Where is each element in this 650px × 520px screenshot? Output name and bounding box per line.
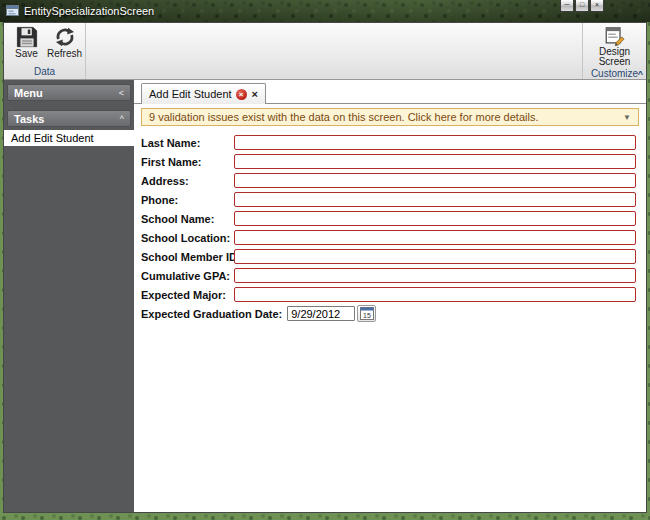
- expected-major-input[interactable]: [234, 287, 636, 302]
- svg-text:15: 15: [363, 312, 371, 319]
- school-location-label: School Location:: [141, 232, 234, 244]
- app-icon: [6, 4, 19, 19]
- tab-add-edit-student[interactable]: Add Edit Student × ×: [141, 83, 266, 104]
- form-row: Phone:: [141, 190, 636, 209]
- ribbon-buttons: Save Refresh: [4, 23, 85, 65]
- cumulative-gpa-label: Cumulative GPA:: [141, 270, 234, 282]
- last-name-label: Last Name:: [141, 137, 234, 149]
- tab-label: Add Edit Student: [149, 88, 232, 100]
- form-row: School Location:: [141, 228, 636, 247]
- data-group-label: Data: [4, 65, 85, 79]
- form-row: Expected Major:: [141, 285, 636, 304]
- save-button[interactable]: Save: [9, 26, 44, 65]
- tasks-header-label: Tasks: [14, 113, 44, 125]
- phone-label: Phone:: [141, 194, 234, 206]
- form-row: Last Name:: [141, 133, 636, 152]
- refresh-icon: [54, 26, 76, 48]
- design-screen-button[interactable]: Design Screen: [589, 26, 641, 67]
- window-title: EntitySpecializationScreen: [24, 5, 154, 17]
- school-member-id-input[interactable]: [234, 249, 636, 264]
- school-location-input[interactable]: [234, 230, 636, 245]
- address-input[interactable]: [234, 173, 636, 188]
- ribbon-buttons-right: Design Screen: [583, 23, 646, 67]
- validation-banner-text: 9 validation issues exist with the data …: [149, 111, 538, 123]
- sidebar-item-add-edit-student[interactable]: Add Edit Student: [4, 130, 134, 146]
- validation-banner[interactable]: 9 validation issues exist with the data …: [141, 108, 639, 126]
- minimize-button[interactable]: ─: [560, 0, 574, 12]
- form-row: Cumulative GPA:: [141, 266, 636, 285]
- school-name-label: School Name:: [141, 213, 234, 225]
- expected-graduation-date-input[interactable]: [287, 306, 355, 321]
- form-row: Address:: [141, 171, 636, 190]
- form-row: First Name:: [141, 152, 636, 171]
- main-content: Add Edit Student × × 9 validation issues…: [134, 80, 646, 512]
- calendar-icon: 15: [360, 307, 374, 320]
- app-window: EntitySpecializationScreen ─ □ ×: [0, 0, 650, 520]
- expected-major-label: Expected Major:: [141, 289, 234, 301]
- first-name-input[interactable]: [234, 154, 636, 169]
- refresh-button-label: Refresh: [47, 49, 82, 59]
- customize-group-label-row: Customize ^: [583, 67, 646, 81]
- desktop: EntitySpecializationScreen ─ □ ×: [0, 0, 650, 520]
- last-name-input[interactable]: [234, 135, 636, 150]
- collapse-menu-icon: <: [119, 88, 124, 98]
- ribbon-group-data: Save Refresh: [4, 23, 86, 79]
- title-bar[interactable]: EntitySpecializationScreen ─ □ ×: [0, 0, 650, 22]
- school-name-input[interactable]: [234, 211, 636, 226]
- design-screen-icon: [605, 26, 625, 46]
- menu-header-label: Menu: [14, 87, 43, 99]
- address-label: Address:: [141, 175, 234, 187]
- form-row: School Member ID:: [141, 247, 636, 266]
- refresh-button[interactable]: Refresh: [47, 26, 82, 65]
- menu-header[interactable]: Menu <: [7, 84, 131, 101]
- form-row: School Name:: [141, 209, 636, 228]
- tasks-header[interactable]: Tasks ^: [7, 110, 131, 127]
- form: Last Name: First Name: Address: Pho: [134, 129, 646, 323]
- ribbon-group-customize: Design Screen Customize ^: [582, 23, 646, 79]
- expected-graduation-date-label: Expected Graduation Date:: [141, 308, 287, 320]
- tab-strip: Add Edit Student × ×: [134, 80, 646, 104]
- form-row-date: Expected Graduation Date: 15: [141, 304, 636, 323]
- validation-error-icon: ×: [236, 89, 247, 100]
- collapse-ribbon-button[interactable]: ^: [638, 68, 643, 81]
- close-button[interactable]: ×: [590, 0, 604, 12]
- maximize-button[interactable]: □: [575, 0, 589, 12]
- window-body: Menu < Tasks ^ Add Edit Student Add Edit…: [4, 80, 646, 512]
- tab-close-icon[interactable]: ×: [252, 88, 258, 100]
- banner-dropdown-icon[interactable]: ▼: [623, 113, 631, 122]
- first-name-label: First Name:: [141, 156, 234, 168]
- school-member-id-label: School Member ID:: [141, 251, 234, 263]
- customize-group-label: Customize: [591, 68, 638, 79]
- design-screen-button-label: Design Screen: [589, 47, 641, 67]
- save-icon: [16, 26, 38, 48]
- date-picker-button[interactable]: 15: [357, 305, 376, 322]
- window-controls: ─ □ ×: [560, 0, 604, 12]
- sidebar: Menu < Tasks ^ Add Edit Student: [4, 80, 134, 512]
- collapse-tasks-icon: ^: [120, 114, 124, 124]
- ribbon: Save Refresh: [4, 23, 646, 80]
- phone-input[interactable]: [234, 192, 636, 207]
- client-area: Save Refresh: [3, 22, 647, 513]
- cumulative-gpa-input[interactable]: [234, 268, 636, 283]
- save-button-label: Save: [15, 49, 38, 59]
